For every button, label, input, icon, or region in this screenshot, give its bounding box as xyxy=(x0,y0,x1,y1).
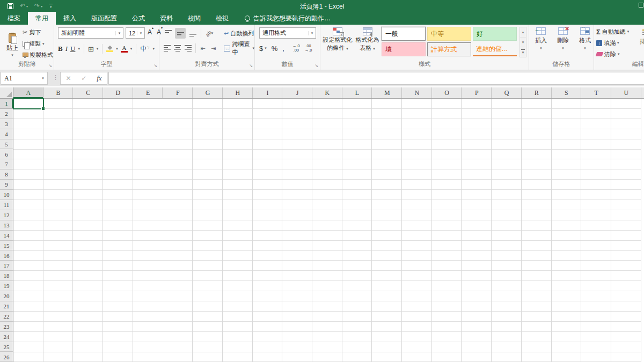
clipboard-dialog-launcher[interactable]: ↘ xyxy=(48,63,52,68)
row-header-7[interactable]: 7 xyxy=(0,159,13,169)
increase-indent-button[interactable]: ⇥ xyxy=(209,43,218,54)
column-header-N[interactable]: N xyxy=(402,87,432,98)
phonetic-caret-icon[interactable]: ▾ xyxy=(152,47,155,51)
increase-decimal-button[interactable]: ←.0.00 xyxy=(292,44,300,53)
format-painter-button[interactable]: 複製格式 xyxy=(23,50,53,60)
clear-button[interactable]: 清除▾ xyxy=(596,49,629,59)
column-header-O[interactable]: O xyxy=(432,87,462,98)
delete-cells-button[interactable]: ✕ 刪除 ▾ xyxy=(554,27,572,50)
row-header-9[interactable]: 9 xyxy=(0,180,13,190)
tab-公式[interactable]: 公式 xyxy=(125,12,152,25)
italic-button[interactable]: I xyxy=(65,45,68,53)
row-header-24[interactable]: 24 xyxy=(0,332,13,342)
paste-button[interactable]: 貼上 ▾ xyxy=(3,27,21,63)
align-top-button[interactable] xyxy=(163,28,173,39)
formula-input[interactable] xyxy=(108,72,644,85)
column-header-P[interactable]: P xyxy=(462,87,492,98)
column-header-U[interactable]: U xyxy=(611,87,641,98)
row-header-13[interactable]: 13 xyxy=(0,220,13,231)
row-header-18[interactable]: 18 xyxy=(0,271,13,281)
tab-版面配置[interactable]: 版面配置 xyxy=(84,12,125,25)
gallery-more-button[interactable]: ▾ xyxy=(520,47,526,57)
copy-button[interactable]: 複製▾ xyxy=(23,39,53,48)
selected-cell-A1[interactable] xyxy=(13,98,44,109)
column-header-K[interactable]: K xyxy=(312,87,342,98)
row-header-3[interactable]: 3 xyxy=(0,119,13,129)
row-header-23[interactable]: 23 xyxy=(0,322,13,332)
fill-color-caret-icon[interactable]: ▾ xyxy=(116,47,118,51)
name-box[interactable]: A1 ▾ xyxy=(1,72,48,85)
conditional-formatting-button[interactable]: 設定格式化 的條件 ▾ xyxy=(321,26,354,65)
column-header-I[interactable]: I xyxy=(253,87,283,98)
align-bottom-button[interactable] xyxy=(187,28,198,39)
column-header-D[interactable]: D xyxy=(103,87,133,98)
percent-style-button[interactable]: % xyxy=(272,45,278,53)
insert-function-button[interactable]: fx xyxy=(97,74,101,83)
align-center-button[interactable] xyxy=(173,43,182,54)
select-all-button[interactable] xyxy=(0,87,13,99)
row-header-19[interactable]: 19 xyxy=(0,281,13,291)
cell-style-計算方式[interactable]: 計算方式 xyxy=(427,42,471,56)
column-header-R[interactable]: R xyxy=(522,87,552,98)
column-header-T[interactable]: T xyxy=(581,87,611,98)
font-size-combo[interactable]: 12 ▾ xyxy=(126,27,145,39)
format-as-table-button[interactable]: 格式化為 表格 ▾ xyxy=(354,26,380,65)
row-header-22[interactable]: 22 xyxy=(0,312,13,322)
borders-button[interactable]: ⊞ xyxy=(88,46,94,53)
merge-center-button[interactable]: ↔跨欄置中▾ xyxy=(224,40,254,56)
number-format-caret-icon[interactable]: ▾ xyxy=(308,31,316,35)
font-color-caret-icon[interactable]: ▾ xyxy=(130,47,133,51)
cell-style-連結的儲...[interactable]: 連結的儲... xyxy=(473,42,517,56)
font-size-caret-icon[interactable]: ▾ xyxy=(137,31,144,35)
column-header-G[interactable]: G xyxy=(193,87,223,98)
tab-檢視[interactable]: 檢視 xyxy=(208,12,236,25)
enter-button[interactable]: ✓ xyxy=(81,75,86,82)
cell-style-中等[interactable]: 中等 xyxy=(427,27,471,41)
fill-color-button[interactable] xyxy=(106,46,113,52)
column-header-C[interactable]: C xyxy=(73,87,103,98)
gallery-scroll-down-button[interactable]: ▾ xyxy=(520,38,526,48)
format-cells-button[interactable]: ↔ 格式 ▾ xyxy=(576,27,594,50)
column-header-E[interactable]: E xyxy=(133,87,163,98)
cell-style-好[interactable]: 好 xyxy=(473,27,517,41)
row-header-14[interactable]: 14 xyxy=(0,231,13,241)
window-control-partial-icon[interactable] xyxy=(639,3,643,8)
cancel-button[interactable]: ✕ xyxy=(65,75,71,82)
row-header-4[interactable]: 4 xyxy=(0,129,13,139)
orientation-button[interactable]: ab▾ xyxy=(204,28,215,39)
row-header-12[interactable]: 12 xyxy=(0,210,13,220)
fill-button[interactable]: ↓填滿▾ xyxy=(596,38,629,48)
row-header-16[interactable]: 16 xyxy=(0,251,13,261)
sheet-grid[interactable] xyxy=(13,99,641,362)
autosum-button[interactable]: Σ自動加總▾ xyxy=(596,27,629,36)
column-header-M[interactable]: M xyxy=(372,87,402,98)
align-middle-button[interactable] xyxy=(175,28,186,39)
column-header-H[interactable]: H xyxy=(223,87,253,98)
tab-插入[interactable]: 插入 xyxy=(56,12,84,25)
row-header-20[interactable]: 20 xyxy=(0,291,13,301)
formula-bar-grip-icon[interactable]: ⋮ xyxy=(53,74,58,81)
borders-caret-icon[interactable]: ▾ xyxy=(97,47,99,51)
increase-font-size-button[interactable]: A▴ xyxy=(148,28,153,36)
wrap-text-button[interactable]: ↩自動換列 xyxy=(224,29,254,38)
sort-filter-button[interactable]: 排序 xyxy=(635,29,644,46)
alignment-dialog-launcher[interactable]: ↘ xyxy=(249,63,253,68)
font-name-combo[interactable]: 新細明體 ▾ xyxy=(58,27,123,39)
column-header-J[interactable]: J xyxy=(282,87,312,98)
row-header-8[interactable]: 8 xyxy=(0,169,13,180)
column-header-Q[interactable]: Q xyxy=(492,87,522,98)
column-header-B[interactable]: B xyxy=(43,87,74,98)
row-header-26[interactable]: 26 xyxy=(0,352,13,362)
bold-button[interactable]: B xyxy=(58,45,63,53)
tell-me-box[interactable]: 告訴我您想要執行的動作… xyxy=(245,12,331,25)
font-dialog-launcher[interactable]: ↘ xyxy=(153,63,157,68)
comma-style-button[interactable]: , xyxy=(282,45,284,53)
row-header-2[interactable]: 2 xyxy=(0,109,13,119)
tab-file[interactable]: 檔案 xyxy=(0,12,28,25)
underline-caret-icon[interactable]: ▾ xyxy=(78,47,80,51)
cell-style-壞[interactable]: 壞 xyxy=(382,42,426,56)
insert-cells-button[interactable]: ← 插入 ▾ xyxy=(532,27,550,50)
row-header-6[interactable]: 6 xyxy=(0,150,13,160)
decrease-decimal-button[interactable]: .00→.0 xyxy=(305,44,312,53)
align-left-button[interactable] xyxy=(163,43,172,54)
